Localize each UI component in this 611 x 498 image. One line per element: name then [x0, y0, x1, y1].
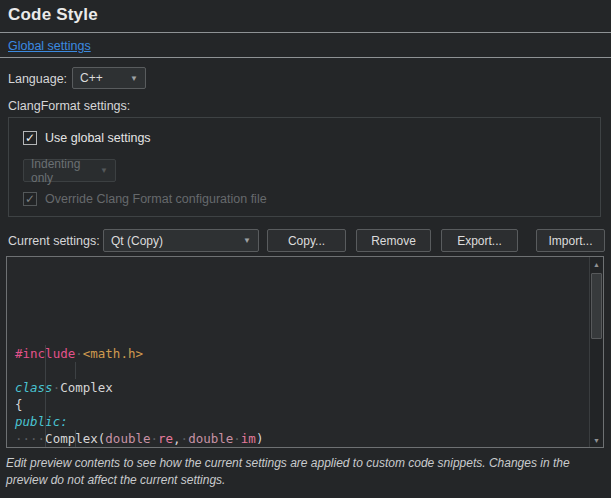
remove-button[interactable]: Remove	[356, 229, 431, 252]
code-line: {	[15, 396, 589, 413]
code-segment: {	[15, 397, 23, 412]
scrollbar-up-button[interactable]: ▲	[590, 257, 603, 271]
code-line: ········:·_re(re),·_im(im)	[15, 447, 589, 448]
checkmark-icon: ✓	[25, 193, 35, 205]
indent-guide	[75, 362, 76, 379]
code-line: #include·<math.h>	[15, 345, 589, 362]
language-select-value: C++	[80, 71, 103, 85]
code-lines: #include·<math.h>class·Complex{public:··…	[7, 257, 589, 447]
code-line	[15, 362, 589, 379]
override-clang-format-checkbox: ✓ Override Clang Format configuration fi…	[23, 192, 267, 206]
code-preview-editor[interactable]: #include·<math.h>class·Complex{public:··…	[6, 256, 604, 448]
code-segment: ·	[150, 431, 158, 446]
import-button[interactable]: Import...	[536, 229, 605, 252]
clangformat-group: ✓ Use global settings Indenting only ▼ ✓…	[8, 117, 601, 217]
code-segment: ·	[233, 431, 241, 446]
arrow-down-icon: ▼	[593, 437, 600, 444]
checkbox-box: ✓	[23, 192, 37, 206]
code-segment: ····	[15, 431, 45, 446]
code-segment: re	[158, 431, 173, 446]
indent-guide	[75, 430, 76, 447]
code-segment: class	[15, 380, 53, 395]
vertical-scrollbar[interactable]: ▲ ▼	[589, 257, 603, 447]
chevron-down-icon: ▼	[100, 166, 108, 175]
code-segment: public:	[15, 414, 68, 429]
code-line: public:	[15, 413, 589, 430]
code-segment: im	[241, 431, 256, 446]
scrollbar-thumb[interactable]	[591, 273, 602, 339]
export-button[interactable]: Export...	[441, 229, 518, 252]
separator	[0, 57, 611, 58]
checkmark-icon: ✓	[25, 132, 35, 144]
code-segment: ·	[181, 431, 189, 446]
clangformat-settings-label: ClangFormat settings:	[8, 99, 130, 113]
copy-button[interactable]: Copy...	[267, 229, 346, 252]
language-label: Language:	[8, 72, 67, 86]
code-segment: Complex	[60, 380, 113, 395]
scrollbar-down-button[interactable]: ▼	[590, 433, 603, 447]
code-segment: double	[105, 431, 150, 446]
chevron-down-icon: ▼	[243, 236, 251, 245]
current-settings-value: Qt (Copy)	[111, 234, 163, 248]
current-settings-select[interactable]: Qt (Copy) ▼	[103, 229, 259, 252]
use-global-settings-label: Use global settings	[45, 131, 151, 145]
global-settings-link[interactable]: Global settings	[8, 39, 91, 53]
code-segment: double	[188, 431, 233, 446]
page-title: Code Style	[8, 5, 98, 25]
code-segment: <math.h>	[83, 346, 143, 361]
code-segment: ,	[173, 431, 181, 446]
override-clang-format-label: Override Clang Format configuration file	[45, 192, 267, 206]
current-settings-label: Current settings:	[8, 234, 100, 248]
chevron-down-icon: ▼	[130, 74, 138, 83]
arrow-up-icon: ▲	[593, 261, 600, 268]
checkbox-box: ✓	[23, 131, 37, 145]
language-select[interactable]: C++ ▼	[72, 67, 146, 89]
use-global-settings-checkbox[interactable]: ✓ Use global settings	[23, 131, 151, 145]
code-segment: )	[256, 431, 264, 446]
code-line: ····Complex(double·re,·double·im)	[15, 430, 589, 447]
indent-guide	[45, 345, 46, 447]
code-line: class·Complex	[15, 379, 589, 396]
preview-hint-text: Edit preview contents to see how the cur…	[6, 455, 605, 490]
formatting-mode-value: Indenting only	[31, 157, 92, 185]
formatting-mode-select: Indenting only ▼	[23, 159, 116, 182]
separator	[0, 32, 611, 33]
code-segment: ·	[75, 346, 83, 361]
